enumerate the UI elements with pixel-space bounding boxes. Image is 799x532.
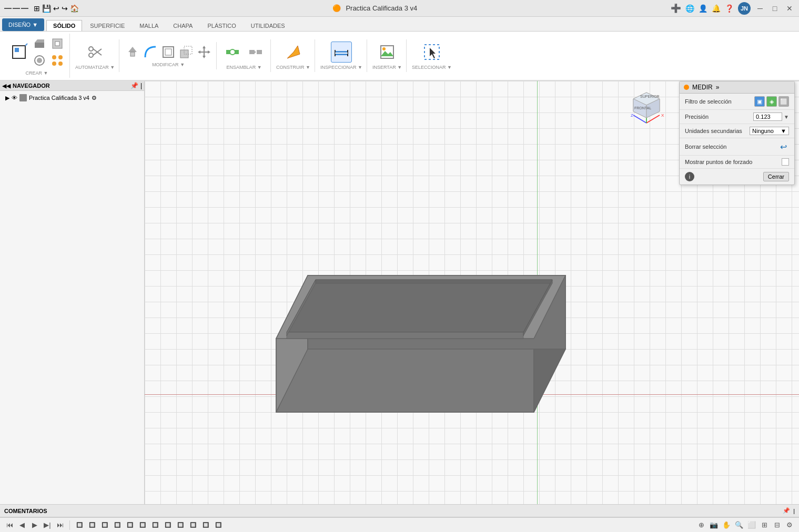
filter-btn-blue[interactable]: ▣: [754, 96, 765, 107]
modificar-btn-1[interactable]: [125, 44, 140, 60]
view-btn-1[interactable]: 🔲: [74, 520, 85, 530]
skip-start-btn[interactable]: ⏮: [4, 520, 15, 530]
view-btn-3[interactable]: 🔲: [99, 520, 110, 530]
modificar-btn-5[interactable]: [196, 44, 212, 60]
crear-btn-4[interactable]: [49, 36, 65, 52]
tab-chapa[interactable]: CHAPA: [166, 20, 199, 31]
prev-btn[interactable]: ◀: [17, 520, 27, 530]
modificar-label: MODIFICAR ▼: [152, 62, 185, 67]
viewport[interactable]: Z X Y SUPERIOR FRONTAL: [145, 81, 799, 516]
svg-marker-25: [203, 46, 206, 48]
nav-pin-icon[interactable]: 📌: [130, 82, 138, 89]
svg-text:SUPERIOR: SUPERIOR: [640, 95, 660, 98]
view-btn-4[interactable]: 🔲: [112, 520, 123, 530]
grid2-btn[interactable]: ⊟: [772, 520, 782, 530]
next-btn[interactable]: ▶|: [42, 520, 53, 530]
automatizar-btn[interactable]: [85, 42, 106, 63]
svg-marker-63: [287, 332, 523, 339]
3d-model: [224, 165, 634, 445]
tab-plastico[interactable]: PLÁSTICO: [200, 20, 242, 31]
crear-btn-1[interactable]: [8, 42, 29, 63]
info-btn[interactable]: i: [685, 172, 694, 181]
app-menu-icon[interactable]: [4, 7, 28, 9]
modificar-btn-2[interactable]: [143, 44, 158, 60]
close-button[interactable]: ✕: [784, 3, 795, 14]
user-avatar[interactable]: JN: [738, 2, 751, 15]
insertar-btn[interactable]: [377, 42, 398, 63]
tab-solido[interactable]: SÓLIDO: [46, 20, 82, 31]
precision-dropdown-arrow[interactable]: ▼: [784, 114, 789, 120]
view-btn-10[interactable]: 🔲: [188, 520, 198, 530]
comments-pin-icon[interactable]: 📌: [783, 507, 790, 514]
filter-btn-green[interactable]: ◈: [766, 96, 777, 107]
help-icon[interactable]: ❓: [725, 4, 734, 13]
precision-input[interactable]: [753, 112, 782, 121]
snap-btn[interactable]: ⊕: [696, 520, 706, 530]
tabs-row: SÓLIDO SUPERFICIE MALLA CHAPA PLÁSTICO U…: [46, 17, 293, 31]
ensamblar-btn-2[interactable]: [245, 42, 266, 63]
view-btn-9[interactable]: 🔲: [175, 520, 186, 530]
plane-icon: [285, 44, 302, 60]
svg-rect-32: [257, 50, 262, 54]
nav-visibility-icon[interactable]: 👁: [12, 95, 17, 101]
tab-utilidades[interactable]: UTILIDADES: [244, 20, 292, 31]
ribbon: CREAR ▼ AUTOMATIZAR ▼: [0, 32, 799, 81]
view-btn-12[interactable]: 🔲: [213, 520, 224, 530]
nav-tree-item-root[interactable]: ▶ 👁 Practica Calificada 3 v4 ⚙: [4, 93, 140, 103]
unidades-dropdown[interactable]: Ninguno ▼: [750, 127, 789, 135]
measure-expand-btn[interactable]: »: [716, 84, 720, 91]
comments-expand-icon[interactable]: |: [793, 508, 795, 514]
nav-expand-icon[interactable]: |: [140, 82, 142, 89]
borrar-btn[interactable]: ↩: [777, 141, 789, 152]
view-btn-6[interactable]: 🔲: [137, 520, 148, 530]
user-count-icon[interactable]: 👤: [699, 4, 707, 13]
pan-btn[interactable]: ✋: [721, 520, 732, 530]
nav-settings-icon[interactable]: ⚙: [92, 95, 97, 101]
view-btn-8[interactable]: 🔲: [163, 520, 173, 530]
fit-btn[interactable]: ⬜: [746, 520, 757, 530]
zoom-btn[interactable]: 🔍: [734, 520, 744, 530]
svg-marker-26: [203, 56, 206, 58]
crear-btn-5[interactable]: [49, 53, 65, 68]
modificar-btn-4[interactable]: [178, 44, 194, 60]
settings-btn[interactable]: ⚙: [784, 520, 795, 530]
play-btn[interactable]: ▶: [29, 520, 40, 530]
skip-end-btn[interactable]: ⏭: [55, 520, 65, 530]
tab-malla[interactable]: MALLA: [133, 20, 165, 31]
view-btn-11[interactable]: 🔲: [200, 520, 211, 530]
new-tab-icon[interactable]: ➕: [671, 3, 681, 13]
measure-panel: MEDIR » Filtro de selección ▣ ◈ ⬜ Precis…: [679, 81, 795, 185]
tab-superficie[interactable]: SUPERFICIE: [83, 20, 132, 31]
view-btn-7[interactable]: 🔲: [150, 520, 160, 530]
ribbon-group-crear: CREAR ▼: [4, 34, 70, 78]
cerrar-btn[interactable]: Cerrar: [763, 172, 789, 181]
grid-icon[interactable]: ⊞: [34, 4, 40, 13]
minimize-button[interactable]: ─: [755, 3, 765, 14]
sync-icon[interactable]: 🌐: [685, 4, 694, 13]
filter-buttons: ▣ ◈ ⬜: [754, 96, 789, 107]
nav-collapse-icon[interactable]: ◀◀: [2, 83, 11, 89]
inspeccionar-btn[interactable]: [331, 42, 352, 63]
mostrar-checkbox[interactable]: [782, 158, 789, 166]
redo-icon[interactable]: ↪: [62, 4, 68, 13]
maximize-button[interactable]: □: [770, 3, 780, 14]
seleccionar-btn[interactable]: [421, 42, 442, 63]
viewcube[interactable]: Z X Y SUPERIOR FRONTAL: [625, 86, 667, 128]
ensamblar-btn-1[interactable]: [222, 42, 243, 63]
save-icon[interactable]: 💾: [42, 4, 51, 13]
view-btn-5[interactable]: 🔲: [125, 520, 135, 530]
grid-btn[interactable]: ⊞: [759, 520, 770, 530]
home-icon[interactable]: 🏠: [70, 4, 79, 13]
view-btn-2[interactable]: 🔲: [87, 520, 97, 530]
crear-btn-3[interactable]: [32, 53, 47, 68]
camera-btn[interactable]: 📷: [709, 520, 719, 530]
construir-btn[interactable]: [283, 42, 304, 63]
modificar-btn-3[interactable]: [160, 44, 176, 60]
notification-icon[interactable]: 🔔: [712, 4, 721, 13]
design-dropdown[interactable]: DISEÑO ▼: [2, 18, 44, 31]
construir-label: CONSTRUIR ▼: [276, 65, 310, 70]
svg-rect-20: [165, 49, 171, 55]
filter-btn-gray[interactable]: ⬜: [778, 96, 789, 107]
undo-icon[interactable]: ↩: [53, 4, 59, 13]
crear-btn-2[interactable]: [32, 36, 47, 52]
